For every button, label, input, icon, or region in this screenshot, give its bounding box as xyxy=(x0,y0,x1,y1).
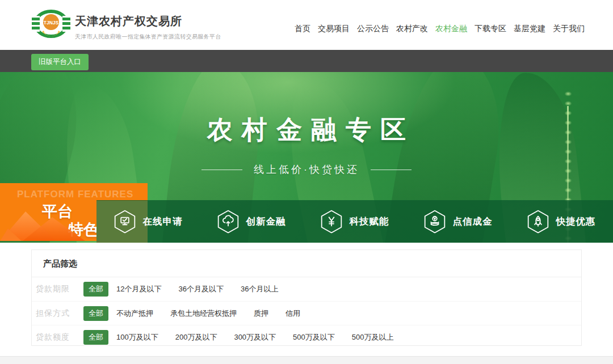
product-filter-card: 产品筛选 贷款期限 全部 12个月及以下 36个月及以下 36个月以上 担保方式… xyxy=(31,249,582,346)
filter-all-button[interactable]: 全部 xyxy=(83,330,108,345)
filter-option[interactable]: 200万及以下 xyxy=(175,332,217,342)
site-title: 天津农村产权交易所 xyxy=(75,14,221,29)
rocket-icon xyxy=(527,210,549,234)
feature-item-credit-to-gold[interactable]: 点信成金 xyxy=(406,200,510,243)
nav-item-party-building[interactable]: 基层党建 xyxy=(514,24,545,34)
feature-item-quick-discount[interactable]: 快捷优惠 xyxy=(510,200,613,243)
filter-option[interactable]: 36个月及以下 xyxy=(178,284,223,294)
nav-item-rural-finance[interactable]: 农村金融 xyxy=(435,24,467,34)
filter-option[interactable]: 100万及以下 xyxy=(116,332,158,342)
banner-subtitle: 线上低价·快贷快还 xyxy=(201,163,412,176)
site-subtitle: 天津市人民政府唯一指定集体资产资源流转交易服务平台 xyxy=(75,33,221,41)
filter-all-button[interactable]: 全部 xyxy=(83,306,108,321)
nav-item-announcements[interactable]: 公示公告 xyxy=(357,24,389,34)
feature-item-online-apply[interactable]: 在线申请 xyxy=(96,200,200,243)
feature-label: 快捷优惠 xyxy=(556,215,596,228)
filter-option[interactable]: 不动产抵押 xyxy=(116,308,153,319)
filter-row-loan-term: 贷款期限 全部 12个月及以下 36个月及以下 36个月以上 xyxy=(32,277,581,301)
filter-label: 担保方式 xyxy=(36,308,83,319)
feature-label: 在线申请 xyxy=(143,215,183,228)
filter-option[interactable]: 300万及以下 xyxy=(234,332,276,342)
filter-option[interactable]: 承包土地经营权抵押 xyxy=(170,308,237,319)
svg-text:TJNJS: TJNJS xyxy=(44,20,59,26)
secondary-topbar: 旧版平台入口 xyxy=(0,50,613,72)
filter-option[interactable]: 36个月以上 xyxy=(241,284,278,294)
feature-label: 科技赋能 xyxy=(350,215,389,228)
nav-item-downloads[interactable]: 下载专区 xyxy=(475,24,506,34)
nav-item-rural-reform[interactable]: 农村产改 xyxy=(396,24,428,34)
brand-block: 天津农村产权交易所 天津市人民政府唯一指定集体资产资源流转交易服务平台 xyxy=(75,14,221,41)
banner-subtitle-text: 线上低价·快贷快还 xyxy=(254,163,359,176)
subtitle-right-line xyxy=(371,170,412,170)
main-nav: 首页 交易项目 公示公告 农村产改 农村金融 下载专区 基层党建 关于我们 xyxy=(295,24,585,34)
filter-row-guarantee-method: 担保方式 全部 不动产抵押 承包土地经营权抵押 质押 信用 xyxy=(32,301,581,325)
page: TJNJS 天津农村产权交易所 天津市人民政府唯一指定集体资产资源流转交易服务平… xyxy=(0,0,613,364)
filter-label: 贷款期限 xyxy=(36,284,83,294)
logo-icon: TJNJS xyxy=(30,7,73,43)
footer-strip xyxy=(0,356,613,364)
feature-item-innovative-finance[interactable]: 创新金融 xyxy=(200,200,303,243)
cloud-upload-icon xyxy=(217,210,239,234)
nav-item-home[interactable]: 首页 xyxy=(295,24,310,34)
filter-option[interactable]: 质押 xyxy=(254,308,268,319)
site-logo[interactable]: TJNJS xyxy=(30,7,73,43)
filter-card-title: 产品筛选 xyxy=(32,250,581,277)
filter-option[interactable]: 信用 xyxy=(285,308,300,319)
banner-title: 农村金融专区 xyxy=(198,113,415,147)
filter-option[interactable]: 12个月及以下 xyxy=(116,284,161,294)
filter-label: 贷款额度 xyxy=(36,332,83,342)
yen-icon xyxy=(321,210,342,234)
feature-label: 点信成金 xyxy=(453,215,493,228)
filter-all-button[interactable]: 全部 xyxy=(83,282,108,297)
feature-label: 创新金融 xyxy=(246,215,286,228)
site-header: TJNJS 天津农村产权交易所 天津市人民政府唯一指定集体资产资源流转交易服务平… xyxy=(0,0,613,50)
filter-option[interactable]: 500万及以上 xyxy=(352,332,394,342)
nav-item-trade-projects[interactable]: 交易项目 xyxy=(318,24,350,34)
platform-features-eyebrow: PLATFORM FEATURES xyxy=(17,189,133,200)
feature-item-tech-empowerment[interactable]: 科技赋能 xyxy=(303,200,406,243)
subtitle-left-line xyxy=(201,170,242,170)
monitor-check-icon xyxy=(114,210,136,234)
filter-option[interactable]: 500万及以下 xyxy=(293,332,335,342)
nav-item-about-us[interactable]: 关于我们 xyxy=(553,24,585,34)
old-platform-entry-button[interactable]: 旧版平台入口 xyxy=(31,54,89,70)
filter-row-loan-amount: 贷款额度 全部 100万及以下 200万及以下 300万及以下 500万及以下 … xyxy=(32,325,581,349)
coins-icon xyxy=(424,210,446,234)
feature-menu-bar: 在线申请 创新金融 科技赋能 xyxy=(96,200,613,243)
